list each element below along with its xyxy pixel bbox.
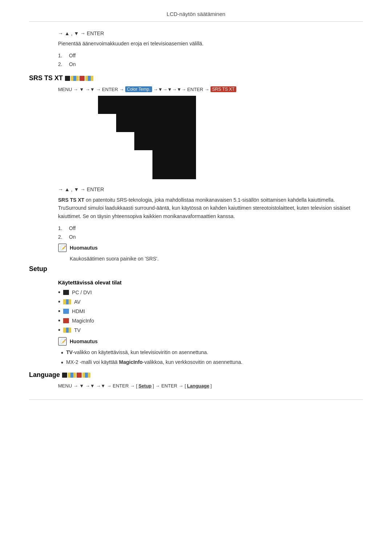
- bullet-dot-tv: •: [58, 327, 60, 333]
- stair-1: [98, 96, 196, 114]
- setup-heading: Setup: [29, 265, 363, 273]
- lang-bracket-end: ] → ENTER → [: [153, 383, 186, 389]
- page-title: LCD-näytön säätäminen: [29, 11, 363, 22]
- lang-bracket-end-2: ]: [211, 383, 212, 389]
- nav-instruction-2: → ▲ , ▼ → ENTER: [58, 186, 363, 192]
- language-instruction: MENU → ▼ →▼ →▼ → ENTER → [Setup] → ENTER…: [58, 383, 363, 389]
- menu-text-1: MENU → ▼ →▼ → ENTER →: [58, 87, 124, 92]
- list-label-on-2: On: [69, 234, 76, 240]
- note2-bullet-2: • MX-2 -malli voi käyttää MagicInfo-vali…: [61, 359, 363, 366]
- mode-magicinfo-label: MagicInfo: [72, 318, 94, 324]
- list-item-on-2: 2. On: [58, 234, 363, 240]
- note-icon-symbol-1: 📝: [60, 245, 65, 251]
- note2-bullet-2-text: MX-2 -malli voi käyttää MagicInfo-valikk…: [66, 359, 242, 365]
- icon-pc: [63, 290, 69, 295]
- bullet-dot-magicinfo: •: [58, 317, 60, 324]
- stair-5: [152, 168, 196, 179]
- mode-tv: • TV: [58, 327, 363, 333]
- available-heading: Käytettävissä olevat tilat: [58, 279, 363, 286]
- mode-av: • AV: [58, 299, 363, 305]
- mode-hdmi-label: HDMI: [72, 308, 85, 314]
- note-label-2: Huomautus: [70, 338, 98, 344]
- lang-menu-text: MENU → ▼ →▼ →▼ → ENTER → [: [58, 383, 137, 389]
- list-label-on-1: On: [69, 61, 76, 67]
- language-bracket: Language: [187, 383, 209, 389]
- menu-enter-2: ENTER →: [187, 87, 209, 92]
- icon-red-lang: [77, 373, 82, 378]
- icon-av: [63, 299, 71, 304]
- menu-highlight-srs: SRS TS XT: [211, 86, 237, 92]
- icon-tv: [63, 328, 71, 333]
- bullet-dot-hdmi: •: [58, 308, 60, 315]
- srs-heading: SRS TS XT: [29, 74, 363, 82]
- srs-heading-text: SRS TS XT: [29, 74, 63, 82]
- list-num-3: 1.: [58, 225, 65, 231]
- magicinfo-bold: MagicInfo: [119, 359, 143, 365]
- icon-hdmi: [63, 309, 69, 314]
- note2-bullet-1: • TV-valikko on käytettävissä, kun telev…: [61, 349, 363, 356]
- list-item-off-2: 1. Off: [58, 225, 363, 231]
- bullet-dot-pc: •: [58, 289, 60, 296]
- menu-highlight-color-temp: Color Temp.: [125, 86, 152, 92]
- mode-av-label: AV: [74, 299, 81, 305]
- stair-4: [152, 150, 196, 168]
- stair-3: [134, 132, 196, 150]
- note-label-1: Huomautus: [70, 245, 98, 251]
- icon-multi-tv-lang: [82, 373, 90, 378]
- stair-2: [116, 114, 196, 132]
- language-heading: Language: [29, 371, 363, 379]
- setup-bracket: Setup: [138, 383, 151, 389]
- note-box-2: 📝 Huomautus: [58, 337, 363, 346]
- note-box-1: 📝 Huomautus: [58, 243, 363, 252]
- icon-black-1: [65, 76, 70, 81]
- description-1: Pienentää äänenvoimakkuuden eroja eri te…: [58, 40, 363, 48]
- list-num-1: 1.: [58, 53, 65, 58]
- nav-instruction-1: → ▲ , ▼ → ENTER: [58, 30, 363, 36]
- screenshot-block: [58, 96, 196, 179]
- menu-arrows-mid: →▼→▼→▼→: [153, 87, 186, 92]
- mode-pc: • PC / DVI: [58, 289, 363, 296]
- list-item-on-1: 2. On: [58, 61, 363, 67]
- list-label-off-2: Off: [69, 225, 75, 231]
- mode-hdmi: • HDMI: [58, 308, 363, 315]
- list-item-off-1: 1. Off: [58, 53, 363, 58]
- icon-magicinfo: [63, 318, 69, 323]
- note-icon-2: 📝: [58, 337, 67, 346]
- icon-multi-av-lang: [68, 373, 76, 378]
- bullet-dot-note-2: •: [61, 360, 63, 366]
- bottom-divider: [29, 399, 363, 400]
- mode-tv-label: TV: [74, 327, 81, 333]
- list-num-4: 2.: [58, 234, 65, 240]
- icon-red-1: [79, 76, 85, 81]
- mode-magicinfo: • MagicInfo: [58, 317, 363, 324]
- icon-multi-av: [71, 76, 79, 81]
- modes-list: • PC / DVI • AV • HDMI: [58, 289, 363, 333]
- srs-description: SRS TS XT on patentoitu SRS-teknologia, …: [58, 196, 363, 220]
- icon-black-lang: [62, 373, 67, 378]
- note-text-1: Kaukosäätimen suora painike on 'SRS'.: [70, 256, 363, 262]
- note-icon-1: 📝: [58, 243, 67, 252]
- list-num-2: 2.: [58, 61, 65, 67]
- bullet-dot-note-1: •: [61, 350, 63, 356]
- menu-instruction-srs: MENU → ▼ →▼ → ENTER → Color Temp. →▼→▼→▼…: [58, 86, 363, 92]
- tv-bold: TV: [66, 349, 73, 355]
- icon-multi-tv: [85, 76, 93, 81]
- notes-bullets: • TV-valikko on käytettävissä, kun telev…: [61, 349, 363, 366]
- note-icon-symbol-2: 📝: [60, 339, 65, 344]
- mode-pc-label: PC / DVI: [72, 290, 91, 295]
- note2-bullet-1-text: TV-valikko on käytettävissä, kun televis…: [66, 349, 208, 355]
- srs-heading-icons: [65, 76, 93, 81]
- language-heading-icons: [62, 373, 90, 378]
- bullet-dot-av: •: [58, 299, 60, 305]
- srs-strong: SRS TS XT: [58, 197, 84, 203]
- language-heading-text: Language: [29, 371, 60, 379]
- setup-heading-text: Setup: [29, 265, 47, 273]
- list-label-off-1: Off: [69, 53, 75, 58]
